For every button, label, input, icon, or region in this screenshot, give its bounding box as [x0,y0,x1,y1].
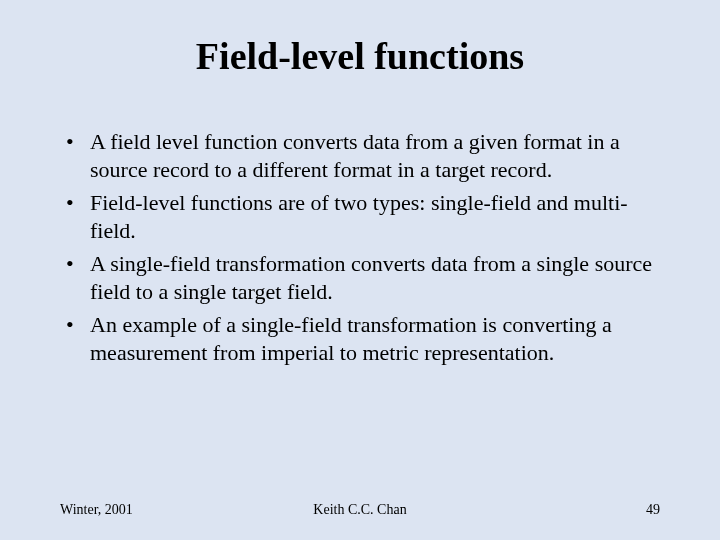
slide: Field-level functions A field level func… [0,0,720,540]
list-item: Field-level functions are of two types: … [88,189,660,244]
slide-title: Field-level functions [60,34,660,78]
list-item: A single-field transformation converts d… [88,250,660,305]
list-item: An example of a single-field transformat… [88,311,660,366]
list-item: A field level function converts data fro… [88,128,660,183]
footer-date: Winter, 2001 [60,502,133,518]
bullet-list: A field level function converts data fro… [60,128,660,366]
footer-author: Keith C.C. Chan [313,502,406,518]
page-number: 49 [646,502,660,518]
footer: Winter, 2001 Keith C.C. Chan 49 [60,502,660,518]
